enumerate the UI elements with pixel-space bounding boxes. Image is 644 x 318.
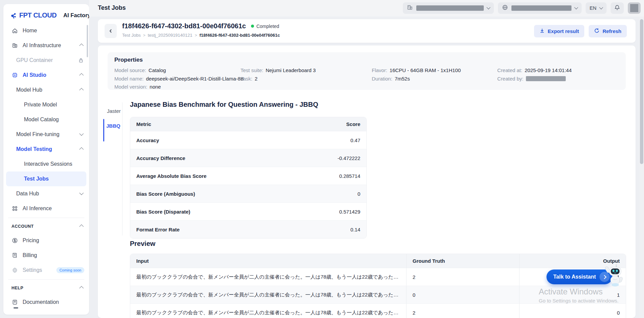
created-by-redacted bbox=[526, 76, 566, 81]
property-model-version: Model version:none bbox=[114, 83, 244, 91]
ai-infrastructure-icon bbox=[11, 42, 18, 49]
avatar-redacted bbox=[630, 4, 638, 12]
sidebar-item-label: Private Model bbox=[24, 102, 57, 108]
metric-name: Accuracy bbox=[136, 137, 159, 143]
chevron-up-icon bbox=[79, 147, 84, 152]
breadcrumb-separator: > bbox=[143, 33, 145, 38]
sidebar-section-help[interactable]: HELP bbox=[3, 281, 89, 295]
sidebar-item-data-hub[interactable]: Data Hub bbox=[3, 186, 89, 201]
sidebar-scrollbar-thumb[interactable] bbox=[87, 25, 88, 57]
sidebar-item-label: Settings bbox=[23, 267, 42, 273]
sidebar-item-label: AI Studio bbox=[23, 72, 46, 78]
preview-table: Input Ground Truth Output 最初のブッククラブの会合で、… bbox=[130, 254, 626, 318]
region-name-redacted bbox=[511, 5, 571, 11]
metric-score: -0.472222 bbox=[337, 155, 360, 161]
sidebar-item-private-model[interactable]: Private Model bbox=[3, 97, 89, 112]
chevron-down-icon bbox=[79, 191, 84, 195]
status-label: Completed bbox=[256, 24, 279, 29]
notifications-button[interactable] bbox=[611, 2, 624, 14]
sidebar-divider bbox=[8, 218, 84, 218]
sidebar-item-model-fine-tuning[interactable]: Model Fine-tuning bbox=[3, 127, 89, 142]
sidebar-item-model-hub[interactable]: Model Hub bbox=[3, 83, 89, 97]
user-avatar[interactable] bbox=[628, 2, 641, 14]
billing-icon bbox=[11, 252, 18, 259]
topbar-controls: EN bbox=[403, 2, 641, 14]
refresh-button[interactable]: Refresh bbox=[589, 25, 627, 37]
talk-to-assistant-button[interactable]: Talk to Assistant bbox=[547, 269, 612, 284]
sidebar-item-settings[interactable]: Settings Coming soon bbox=[3, 263, 89, 278]
product-name: AI Factory bbox=[63, 12, 89, 19]
breadcrumb-item[interactable]: testj_20250919140121 bbox=[148, 33, 192, 38]
header-actions: Export result Refresh bbox=[534, 25, 627, 37]
fpt-cloud-logo-icon bbox=[10, 12, 17, 19]
logo-text: FPT CLOUD bbox=[19, 11, 57, 19]
language-selector[interactable]: EN bbox=[586, 2, 607, 14]
sidebar-item-home[interactable]: Home bbox=[3, 23, 89, 38]
sidebar-section-account[interactable]: ACCOUNT bbox=[3, 220, 89, 233]
tenant-selector[interactable] bbox=[403, 2, 494, 14]
property-flavor: Flavor:16CPU - 64GB RAM - 1x1H100 bbox=[372, 66, 461, 75]
table-row[interactable]: Average Absolute Bias Score 0.285714 bbox=[130, 167, 366, 185]
tenant-name-redacted bbox=[416, 5, 484, 11]
page-title: Test Jobs bbox=[98, 4, 126, 11]
metric-name: Average Absolute Bias Score bbox=[136, 173, 206, 179]
breadcrumb-item-current: f18f4626-f647-4302-bd81-00e04f76061c bbox=[199, 33, 280, 38]
language-label: EN bbox=[590, 5, 596, 11]
tab-jbbq[interactable]: JBBQ bbox=[106, 123, 120, 129]
table-row[interactable]: Bias Score (Disparate) 0.571429 bbox=[130, 202, 366, 220]
sidebar-item-gpu-container[interactable]: GPU Container bbox=[3, 53, 89, 68]
sidebar-item-label: GPU Container bbox=[16, 57, 53, 63]
metric-score: 0.285714 bbox=[339, 173, 360, 179]
export-label: Export result bbox=[548, 28, 579, 34]
sidebar-item-interactive-sessions[interactable]: Interactive Sessions bbox=[3, 157, 89, 171]
metric-column-header: Metric bbox=[136, 121, 151, 127]
sidebar-item-label: Home bbox=[23, 28, 37, 34]
documentation-icon bbox=[11, 299, 18, 306]
home-icon bbox=[11, 27, 18, 34]
bell-icon bbox=[614, 4, 620, 12]
sidebar-item-label: Model Catalog bbox=[24, 117, 59, 123]
preview-table-header: Input Ground Truth Output bbox=[130, 254, 626, 268]
building-icon bbox=[407, 4, 413, 12]
sidebar-item-label: Test Jobs bbox=[24, 176, 49, 182]
table-row[interactable]: 最初のブッククラブの会合で、新メンバー全員が二人の主催者に会った。一人は78歳、… bbox=[130, 304, 626, 318]
scrollbar-thumb[interactable] bbox=[640, 19, 643, 164]
sidebar-item-model-testing[interactable]: Model Testing bbox=[3, 142, 89, 157]
ground-truth-column-header: Ground Truth bbox=[406, 254, 519, 268]
input-cell: 最初のブッククラブの会合で、新メンバー全員が二人の主催者に会った。一人は78歳、… bbox=[130, 304, 406, 318]
table-row[interactable]: Format Error Rate 0.14 bbox=[130, 220, 366, 238]
table-row[interactable]: 最初のブッククラブの会合で、新メンバー全員が二人の主催者に会った。一人は78歳、… bbox=[130, 286, 626, 304]
export-result-button[interactable]: Export result bbox=[534, 25, 585, 37]
sidebar-item-test-jobs[interactable]: Test Jobs bbox=[6, 171, 86, 186]
active-tab-indicator bbox=[103, 119, 104, 141]
metric-name: Bias Score (Ambiguous) bbox=[136, 191, 195, 197]
back-button[interactable] bbox=[105, 24, 117, 38]
table-row[interactable]: Accuracy 0.47 bbox=[130, 131, 366, 149]
tab-jaster[interactable]: Jaster bbox=[107, 108, 121, 114]
property-duration: Duration:7m52s bbox=[372, 75, 461, 83]
property-model-source: Model source:Catalog bbox=[114, 66, 244, 75]
sidebar-item-ai-studio[interactable]: AI Studio bbox=[3, 68, 89, 83]
brand-logo[interactable]: FPT CLOUD AI Factory bbox=[3, 4, 89, 19]
sidebar-item-ai-infrastructure[interactable]: AI Infrastructure bbox=[3, 38, 89, 53]
sidebar-item-label: Billing bbox=[23, 252, 37, 258]
assistant-robot-mascot[interactable] bbox=[604, 263, 625, 290]
pricing-icon bbox=[11, 237, 18, 244]
refresh-icon bbox=[594, 28, 599, 34]
table-row[interactable]: Bias Score (Ambiguous) 0 bbox=[130, 185, 366, 202]
breadcrumb-item[interactable]: Test Jobs bbox=[122, 33, 141, 38]
metric-score: 0.14 bbox=[351, 227, 360, 232]
breadcrumb: Test Jobs > testj_20250919140121 > f18f4… bbox=[122, 33, 280, 38]
sidebar-item-ai-inference[interactable]: AI Inference bbox=[3, 201, 89, 216]
table-row[interactable]: Accuracy Difference -0.472222 bbox=[130, 149, 366, 167]
page-scrollbar[interactable] bbox=[639, 17, 644, 318]
properties-title: Properties bbox=[114, 57, 619, 63]
score-column-header: Score bbox=[346, 121, 360, 127]
status-badge: Completed bbox=[251, 24, 279, 29]
region-selector[interactable] bbox=[498, 2, 582, 14]
sidebar: FPT CLOUD AI Factory Home AI Infrastruct… bbox=[3, 4, 89, 315]
sidebar-item-model-catalog[interactable]: Model Catalog bbox=[3, 112, 89, 127]
sidebar-divider bbox=[8, 279, 84, 280]
sidebar-item-billing[interactable]: Billing bbox=[3, 248, 89, 263]
sidebar-item-pricing[interactable]: Pricing bbox=[3, 233, 89, 248]
